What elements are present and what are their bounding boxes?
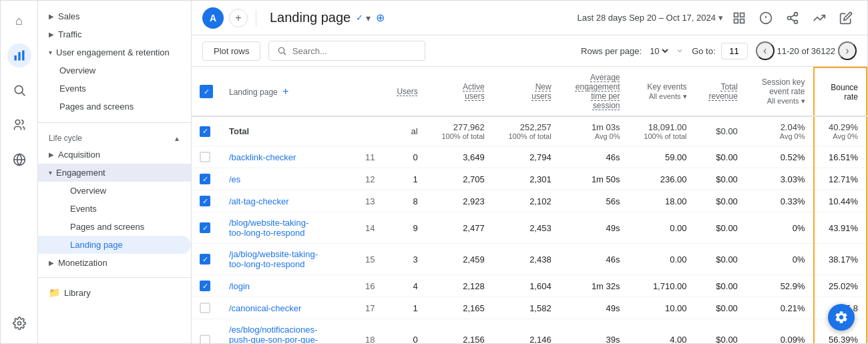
sidebar-engagement-label: Engagement [56, 168, 180, 178]
sidebar-item-overview-engagement[interactable]: Overview [38, 61, 191, 79]
sidebar-item-engagement[interactable]: ▾ Engagement [38, 164, 191, 182]
sidebar-item-user-engagement[interactable]: ▾ User engagement & retention [38, 43, 191, 61]
row-checkbox[interactable] [200, 335, 210, 344]
row-avg-engagement-cell: 39s [560, 319, 628, 344]
table-row: /backlink-checker 11 0 3,649 2,794 46s 5… [192, 146, 867, 168]
row-avg-engagement-cell: 46s [560, 146, 628, 168]
key-events-filter-icon[interactable]: ▾ [683, 92, 687, 100]
total-checkbox[interactable]: ✓ [200, 126, 210, 137]
pagination-text: 11-20 of 36122 [777, 46, 835, 56]
row-key-events-cell: 0.00 [628, 244, 695, 275]
row-checkbox[interactable]: ✓ [200, 174, 210, 184]
date-range-chevron-icon: ▾ [718, 13, 723, 23]
search-nav-icon[interactable] [7, 78, 31, 102]
row-num-cell: 12 [357, 168, 384, 190]
row-users-cell: 4 [384, 275, 426, 297]
row-new-users-cell: 1,582 [493, 297, 560, 319]
row-checkbox[interactable]: ✓ [200, 254, 210, 265]
row-checkbox[interactable]: ✓ [200, 281, 210, 291]
row-avg-engagement-cell: 1m 32s [560, 275, 628, 297]
svg-point-18 [795, 20, 798, 23]
row-landing-page-cell[interactable]: /backlink-checker [221, 146, 357, 168]
sidebar-item-sales[interactable]: ▶ Sales [38, 7, 191, 25]
edit-icon-btn[interactable] [835, 7, 857, 29]
row-landing-page-cell[interactable]: /login [221, 275, 357, 297]
col-add-icon[interactable]: + [282, 85, 288, 97]
row-key-events-cell: 10.00 [628, 297, 695, 319]
sidebar-item-pages-screens-lc[interactable]: Pages and screens [38, 218, 191, 236]
trending-icon-btn[interactable] [809, 7, 830, 29]
status-check-icon: ✓ [356, 13, 363, 23]
sales-chevron-icon: ▶ [49, 13, 54, 20]
user-engagement-chevron-icon: ▾ [49, 49, 52, 56]
row-landing-page-cell[interactable]: /ja/blog/website-taking-too-long-to-resp… [221, 244, 357, 275]
row-checkbox[interactable] [200, 303, 210, 313]
session-key-filter-icon[interactable]: ▾ [801, 97, 805, 105]
home-nav-icon[interactable]: ⌂ [7, 9, 31, 33]
advertising-nav-icon[interactable] [7, 148, 31, 172]
row-landing-page-cell[interactable]: /alt-tag-checker [221, 190, 357, 212]
sidebar-lc-pages-screens-label: Pages and screens [70, 222, 180, 232]
sidebar-item-overview-lc[interactable]: Overview [38, 182, 191, 200]
rows-per-page-section: Rows per page: 10 25 50 [581, 45, 684, 57]
sidebar-sales-label: Sales [58, 11, 180, 21]
prev-page-button[interactable]: ‹ [756, 41, 775, 60]
row-checkbox[interactable] [200, 152, 210, 162]
total-rownum-cell [357, 116, 384, 146]
row-session-key-rate-cell: 3.03% [746, 168, 814, 190]
sidebar-item-landing-page[interactable]: Landing page [38, 236, 191, 254]
row-key-events-cell: 59.00 [628, 146, 695, 168]
row-num-cell: 11 [357, 146, 384, 168]
goto-input[interactable] [721, 43, 748, 59]
comparison-icon-btn[interactable] [728, 7, 750, 29]
svg-rect-9 [734, 13, 738, 17]
settings-fab-button[interactable] [828, 304, 855, 331]
row-landing-page-cell[interactable]: /canonical-checker [221, 297, 357, 319]
audience-nav-icon[interactable] [7, 113, 31, 137]
row-avg-engagement-cell: 49s [560, 212, 628, 244]
rows-per-page-label: Rows per page: [581, 46, 642, 56]
sidebar-item-monetization[interactable]: ▶ Monetization [38, 254, 191, 272]
row-checkbox[interactable]: ✓ [200, 222, 210, 233]
row-landing-page-cell[interactable]: /blog/website-taking-too-long-to-respond [221, 212, 357, 244]
row-checkbox-cell: ✓ [192, 212, 221, 244]
total-row: ✓ Total al 277,962 100% of total 252,257 [192, 116, 867, 146]
settings-nav-icon[interactable] [7, 311, 31, 335]
svg-line-19 [791, 19, 795, 21]
analytics-nav-icon[interactable] [7, 43, 31, 67]
row-checkbox-cell: ✓ [192, 275, 221, 297]
row-users-cell: 1 [384, 168, 426, 190]
sidebar-library-label: Library [64, 288, 180, 298]
sidebar-item-events-lc[interactable]: Events [38, 200, 191, 218]
sidebar-monetization-label: Monetization [58, 258, 180, 268]
share-icon-btn[interactable] [782, 7, 803, 29]
row-session-key-rate-cell: 0.09% [746, 319, 814, 344]
svg-point-21 [279, 47, 284, 53]
sidebar-item-traffic[interactable]: ▶ Traffic [38, 25, 191, 43]
select-all-checkbox[interactable]: ✓ [200, 85, 213, 98]
row-bounce-rate-cell: 38.17% [814, 244, 867, 275]
sidebar-item-events-engagement[interactable]: Events [38, 79, 191, 98]
insights-icon-btn[interactable] [755, 7, 777, 29]
header-right: Last 28 days Sep 20 – Oct 17, 2024 ▾ [578, 7, 857, 29]
row-landing-page-cell[interactable]: /es/blog/notificaciones-push-que-son-por… [221, 319, 357, 344]
sidebar-item-library[interactable]: 📁 Library [38, 283, 191, 302]
title-dropdown-icon[interactable]: ▾ [366, 13, 371, 23]
date-range[interactable]: Last 28 days Sep 20 – Oct 17, 2024 ▾ [578, 13, 723, 23]
next-page-button[interactable]: › [838, 41, 857, 60]
rows-per-page-select[interactable]: 10 25 50 [647, 45, 670, 57]
sidebar-item-acquisition[interactable]: ▶ Acquisition [38, 146, 191, 164]
row-revenue-cell: $0.00 [695, 146, 746, 168]
row-checkbox[interactable]: ✓ [200, 196, 210, 206]
title-add-icon[interactable]: ⊕ [376, 11, 385, 24]
row-avg-engagement-cell: 49s [560, 297, 628, 319]
sidebar-item-pages-screens-engagement[interactable]: Pages and screens [38, 98, 191, 116]
svg-rect-12 [740, 19, 744, 23]
lifecycle-group[interactable]: Life cycle ▲ [38, 128, 191, 146]
search-input[interactable] [292, 46, 417, 56]
col-header-rownum [357, 67, 384, 116]
row-landing-page-cell[interactable]: /es [221, 168, 357, 190]
table-row: ✓ /ja/blog/website-taking-too-long-to-re… [192, 244, 867, 275]
plot-rows-button[interactable]: Plot rows [202, 41, 260, 61]
add-comparison-button[interactable]: + [229, 9, 248, 27]
